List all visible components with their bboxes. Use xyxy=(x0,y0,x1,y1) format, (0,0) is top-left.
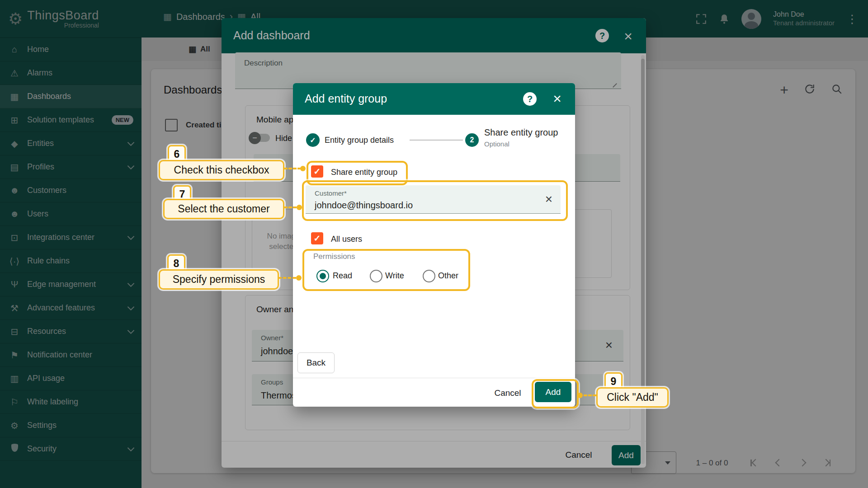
customer-clear-icon[interactable] xyxy=(545,193,552,206)
radio-write-label: Write xyxy=(385,271,404,281)
step2-optional-label: Optional xyxy=(484,140,509,148)
back-button[interactable]: Back xyxy=(297,352,335,373)
step2-number: 2 xyxy=(465,133,479,147)
customer-value: johndoe@thingsboard.io xyxy=(315,200,413,211)
step2-label: Share entity group xyxy=(484,127,558,138)
add-entity-group-dialog: Add entity group ✓ Entity group details … xyxy=(293,83,575,407)
all-users-checkbox[interactable] xyxy=(311,232,323,244)
add-entity-group-dialog-header: Add entity group xyxy=(293,83,575,115)
radio-read-label: Read xyxy=(333,271,352,281)
footer-divider xyxy=(293,378,575,378)
customer-label: Customer* xyxy=(315,189,347,197)
help-icon[interactable] xyxy=(523,92,537,106)
permissions-label: Permissions xyxy=(313,252,355,261)
customer-field[interactable]: Customer* johndoe@thingsboard.io xyxy=(306,185,561,214)
step1-label: Entity group details xyxy=(325,136,394,145)
radio-write[interactable] xyxy=(370,270,382,282)
radio-other-label: Other xyxy=(438,271,458,281)
cancel-button[interactable]: Cancel xyxy=(491,384,525,402)
share-entity-group-label: Share entity group xyxy=(331,168,397,177)
add-button[interactable]: Add xyxy=(535,382,571,402)
step1-done-icon: ✓ xyxy=(306,133,320,147)
dialog-title: Add entity group xyxy=(305,92,387,105)
close-icon[interactable] xyxy=(553,91,561,106)
radio-other[interactable] xyxy=(423,270,435,282)
stepper-connector xyxy=(410,140,463,141)
screen: ⚙ ThingsBoard Professional ⌂Home⚠Alarms▦… xyxy=(0,0,868,488)
all-users-label: All users xyxy=(331,235,362,244)
radio-read[interactable] xyxy=(316,270,329,282)
share-entity-group-checkbox[interactable] xyxy=(311,165,323,178)
